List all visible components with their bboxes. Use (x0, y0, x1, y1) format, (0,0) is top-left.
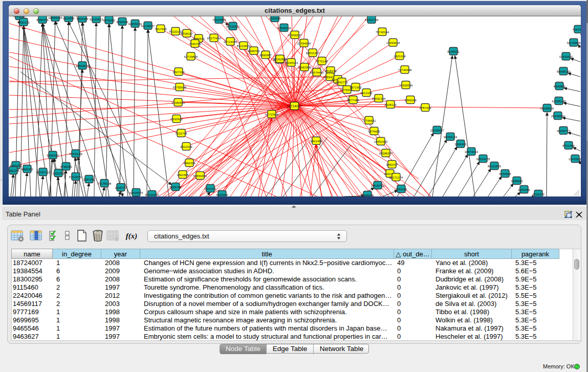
svg-text:1031051: 1031051 (52, 172, 64, 175)
svg-text:0433218: 0433218 (13, 16, 26, 18)
svg-text:36995777: 36995777 (557, 129, 571, 133)
svg-text:9600133: 9600133 (17, 21, 30, 24)
svg-text:4060883: 4060883 (553, 85, 565, 88)
svg-text:4966319: 4966319 (183, 162, 195, 165)
svg-text:4216073: 4216073 (532, 193, 545, 196)
svg-text:80112805: 80112805 (488, 165, 502, 168)
svg-text:00524278: 00524278 (476, 158, 490, 161)
svg-text:67737826: 67737826 (265, 113, 279, 116)
svg-text:1824493: 1824493 (454, 143, 467, 146)
svg-text:97848018: 97848018 (277, 27, 291, 30)
svg-text:2787429: 2787429 (419, 106, 431, 110)
svg-text:13171274: 13171274 (389, 176, 403, 179)
svg-text:73178108: 73178108 (98, 182, 112, 185)
svg-text:64835030: 64835030 (128, 23, 142, 26)
svg-text:4192832: 4192832 (116, 20, 128, 24)
svg-text:64139537: 64139537 (141, 25, 155, 28)
svg-text:7346706: 7346706 (189, 42, 201, 46)
svg-text:96532871: 96532871 (226, 25, 240, 28)
svg-text:7991183: 7991183 (396, 188, 408, 191)
svg-text:5674680: 5674680 (368, 130, 380, 133)
svg-text:7543303: 7543303 (572, 28, 581, 31)
svg-text:6690967: 6690967 (259, 54, 272, 57)
svg-text:99091334: 99091334 (372, 97, 386, 100)
svg-text:13433200: 13433200 (569, 158, 581, 161)
svg-text:34624751: 34624751 (371, 184, 385, 187)
svg-text:55698169: 55698169 (557, 70, 571, 73)
svg-text:1671902: 1671902 (350, 86, 362, 89)
svg-text:54145868: 54145868 (567, 41, 581, 45)
svg-text:6998543: 6998543 (361, 194, 374, 197)
svg-text:29946804: 29946804 (551, 115, 565, 118)
svg-text:37996507: 37996507 (288, 34, 302, 37)
svg-text:13493618: 13493618 (386, 41, 400, 45)
svg-text:72423884: 72423884 (212, 18, 226, 21)
svg-text:0842710: 0842710 (336, 81, 348, 84)
svg-text:02654235: 02654235 (49, 16, 62, 19)
svg-text:3482477: 3482477 (386, 163, 398, 166)
svg-text:1491905: 1491905 (177, 173, 189, 177)
svg-text:67010651: 67010651 (69, 176, 83, 179)
svg-text:62729806: 62729806 (184, 55, 198, 58)
svg-text:6193990: 6193990 (216, 193, 228, 196)
svg-text:01429401: 01429401 (559, 55, 573, 58)
svg-text:51850671: 51850671 (193, 174, 207, 178)
svg-text:80831367: 80831367 (306, 52, 320, 55)
svg-text:34874016: 34874016 (465, 150, 478, 154)
svg-text:0330923: 0330923 (170, 118, 183, 121)
svg-text:76945314: 76945314 (285, 61, 298, 64)
svg-text:3158692: 3158692 (511, 180, 523, 183)
svg-text:0812191: 0812191 (204, 187, 216, 190)
svg-text:7770143: 7770143 (316, 60, 328, 63)
svg-text:87277434: 87277434 (207, 37, 221, 40)
svg-text:71906594: 71906594 (399, 84, 413, 87)
svg-text:1226916: 1226916 (269, 17, 281, 20)
svg-text:51462704: 51462704 (365, 18, 379, 21)
svg-text:8721489: 8721489 (562, 144, 575, 147)
svg-text:6475255: 6475255 (103, 19, 115, 22)
svg-text:71746488: 71746488 (398, 69, 412, 72)
svg-text:85574443: 85574443 (310, 71, 324, 74)
svg-text:1615594: 1615594 (62, 17, 75, 20)
svg-text:65648236: 65648236 (540, 107, 554, 110)
svg-text:53755646: 53755646 (173, 86, 187, 89)
svg-text:1627204: 1627204 (172, 71, 185, 74)
svg-text:4738299: 4738299 (60, 165, 72, 168)
svg-text:7193745: 7193745 (175, 132, 187, 135)
svg-text:8386379: 8386379 (36, 18, 49, 21)
svg-text:71756551: 71756551 (362, 119, 376, 122)
svg-text:87234309: 87234309 (145, 193, 159, 196)
svg-text:93103413: 93103413 (90, 18, 103, 21)
svg-text:37631165: 37631165 (69, 152, 83, 156)
svg-text:2260256: 2260256 (518, 188, 530, 191)
svg-text:8677496: 8677496 (347, 99, 359, 102)
svg-text:4896383: 4896383 (21, 168, 33, 171)
svg-text:f(x): f(x) (126, 232, 138, 240)
svg-text:7816184: 7816184 (76, 17, 89, 20)
svg-text:25135427: 25135427 (430, 129, 444, 132)
svg-text:3387262: 3387262 (83, 178, 95, 181)
svg-text:02606474: 02606474 (129, 191, 143, 194)
svg-text:9821465: 9821465 (310, 140, 322, 143)
svg-text:3518233: 3518233 (324, 70, 337, 73)
svg-text:15451680: 15451680 (374, 140, 388, 143)
svg-text:9413186: 9413186 (360, 92, 373, 95)
svg-text:60385977: 60385977 (379, 152, 393, 155)
svg-text:9912419: 9912419 (180, 145, 192, 148)
svg-text:28809570: 28809570 (76, 64, 90, 68)
svg-text:34957885: 34957885 (298, 66, 312, 69)
svg-text:98084124: 98084124 (444, 136, 458, 139)
svg-text:65787133: 65787133 (36, 171, 50, 174)
svg-text:57262849: 57262849 (273, 58, 287, 61)
svg-text:81223623: 81223623 (237, 45, 251, 48)
svg-text:5009788: 5009788 (169, 186, 182, 189)
svg-text:34714345: 34714345 (224, 40, 237, 43)
svg-text:1326773: 1326773 (115, 186, 127, 189)
svg-text:1399049: 1399049 (404, 99, 417, 102)
svg-text:17080531: 17080531 (171, 101, 185, 104)
svg-text:61595148: 61595148 (552, 100, 566, 103)
svg-text:7917693: 7917693 (155, 28, 167, 31)
svg-text:8148932: 8148932 (447, 50, 460, 53)
svg-text:6658760: 6658760 (248, 50, 260, 53)
svg-text:27354549: 27354549 (297, 42, 311, 45)
